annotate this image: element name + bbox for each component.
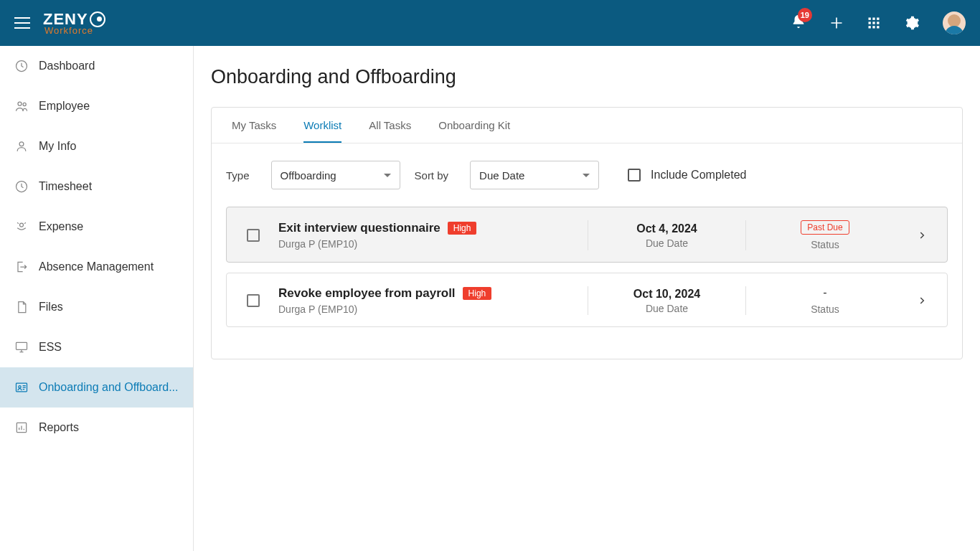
task-status-column: - Status bbox=[746, 286, 904, 315]
svg-point-11 bbox=[23, 103, 26, 105]
svg-point-17 bbox=[19, 386, 21, 388]
task-title: Exit interview questionnaire bbox=[278, 221, 440, 235]
chevron-right-icon bbox=[917, 230, 927, 240]
sidebar-item-label: Timesheet bbox=[39, 180, 92, 193]
task-list: Exit interview questionnaire High Durga … bbox=[212, 199, 962, 359]
chevron-down-icon bbox=[384, 174, 391, 177]
people-icon bbox=[14, 99, 29, 113]
task-title: Revoke employee from payroll bbox=[278, 286, 456, 301]
money-icon bbox=[14, 220, 29, 234]
svg-rect-8 bbox=[877, 26, 879, 28]
clock-icon bbox=[14, 59, 29, 73]
checkbox-icon bbox=[247, 294, 260, 307]
svg-rect-3 bbox=[869, 22, 871, 24]
gear-icon[interactable] bbox=[904, 15, 920, 31]
chevron-right-icon bbox=[917, 296, 927, 306]
menu-toggle-button[interactable] bbox=[14, 17, 30, 29]
sidebar-item-label: Files bbox=[39, 301, 63, 314]
svg-rect-4 bbox=[872, 22, 875, 24]
task-date-label: Due Date bbox=[646, 303, 688, 314]
filter-bar: Type Offboarding Sort by Due Date Includ… bbox=[212, 143, 962, 199]
task-checkbox[interactable] bbox=[247, 286, 278, 315]
tab-onboarding-kit[interactable]: Onboarding Kit bbox=[438, 108, 510, 143]
content-card: My Tasks Worklist All Tasks Onboarding K… bbox=[211, 107, 963, 359]
apps-grid-icon[interactable] bbox=[867, 16, 881, 30]
file-icon bbox=[14, 300, 29, 314]
status-value: - bbox=[823, 286, 826, 299]
svg-rect-15 bbox=[17, 342, 27, 349]
avatar[interactable] bbox=[943, 11, 966, 34]
person-icon bbox=[14, 139, 29, 154]
svg-rect-5 bbox=[877, 22, 879, 24]
sidebar-item-reports[interactable]: Reports bbox=[0, 408, 193, 448]
task-date-column: Oct 10, 2024 Due Date bbox=[588, 286, 746, 315]
plus-icon[interactable] bbox=[829, 16, 844, 30]
topbar-right: 19 bbox=[791, 11, 966, 34]
task-checkbox[interactable] bbox=[247, 220, 278, 250]
sidebar-item-expense[interactable]: Expense bbox=[0, 207, 193, 247]
clock-icon bbox=[14, 179, 29, 194]
type-select[interactable]: Offboarding bbox=[271, 161, 400, 189]
task-row[interactable]: Exit interview questionnaire High Durga … bbox=[226, 207, 948, 263]
sidebar-item-label: My Info bbox=[39, 140, 76, 153]
tab-worklist[interactable]: Worklist bbox=[303, 108, 341, 143]
sidebar-item-label: Onboarding and Offboard... bbox=[39, 381, 179, 394]
sidebar-item-onboarding-offboarding[interactable]: Onboarding and Offboard... bbox=[0, 367, 193, 408]
sidebar-item-label: Absence Management bbox=[39, 260, 154, 273]
sidebar-item-files[interactable]: Files bbox=[0, 287, 193, 327]
task-date-label: Due Date bbox=[646, 237, 688, 249]
notification-count-badge: 19 bbox=[798, 8, 812, 22]
tab-bar: My Tasks Worklist All Tasks Onboarding K… bbox=[212, 108, 962, 143]
sidebar-item-employee[interactable]: Employee bbox=[0, 86, 193, 126]
sidebar-item-timesheet[interactable]: Timesheet bbox=[0, 166, 193, 207]
sidebar-item-dashboard[interactable]: Dashboard bbox=[0, 46, 193, 86]
task-assignee: Durga P (EMP10) bbox=[278, 238, 573, 250]
sidebar-item-label: Dashboard bbox=[39, 60, 95, 72]
topbar: ZENY Workforce 19 bbox=[0, 0, 980, 46]
tab-my-tasks[interactable]: My Tasks bbox=[232, 108, 276, 143]
priority-badge: High bbox=[448, 222, 477, 235]
include-completed-checkbox[interactable]: Include Completed bbox=[628, 169, 746, 182]
sort-by-select[interactable]: Due Date bbox=[470, 161, 599, 189]
notifications-button[interactable]: 19 bbox=[791, 14, 806, 32]
sidebar-item-label: Expense bbox=[39, 220, 83, 233]
sort-by-label: Sort by bbox=[415, 169, 449, 182]
id-card-icon bbox=[14, 380, 29, 395]
chart-icon bbox=[14, 420, 29, 435]
sidebar-item-ess[interactable]: ESS bbox=[0, 327, 193, 367]
topbar-left: ZENY Workforce bbox=[14, 11, 105, 35]
sidebar-item-label: ESS bbox=[39, 341, 62, 354]
task-date: Oct 4, 2024 bbox=[636, 222, 697, 235]
svg-point-14 bbox=[20, 223, 24, 227]
task-row[interactable]: Revoke employee from payroll High Durga … bbox=[226, 273, 948, 327]
sidebar-item-my-info[interactable]: My Info bbox=[0, 126, 193, 166]
include-completed-label: Include Completed bbox=[651, 169, 746, 182]
logo-eye-icon bbox=[90, 11, 105, 27]
svg-rect-0 bbox=[869, 18, 871, 20]
expand-row-button[interactable] bbox=[904, 286, 940, 315]
status-label: Status bbox=[811, 239, 839, 250]
svg-rect-6 bbox=[869, 26, 871, 28]
sidebar-item-absence-management[interactable]: Absence Management bbox=[0, 247, 193, 287]
status-label: Status bbox=[811, 303, 839, 315]
task-assignee: Durga P (EMP10) bbox=[278, 303, 573, 315]
checkbox-icon bbox=[628, 169, 641, 182]
svg-point-10 bbox=[18, 102, 22, 105]
sidebar: Dashboard Employee My Info Timesheet Exp… bbox=[0, 46, 194, 551]
type-select-value: Offboarding bbox=[281, 169, 336, 182]
brand-logo: ZENY Workforce bbox=[43, 11, 105, 35]
priority-badge: High bbox=[463, 287, 492, 300]
main-content: Onboarding and Offboarding My Tasks Work… bbox=[194, 46, 980, 551]
sidebar-item-label: Reports bbox=[39, 421, 79, 434]
svg-rect-1 bbox=[872, 18, 875, 20]
task-date-column: Oct 4, 2024 Due Date bbox=[588, 220, 746, 250]
svg-rect-2 bbox=[877, 18, 879, 20]
task-main: Exit interview questionnaire High Durga … bbox=[278, 220, 588, 250]
task-date: Oct 10, 2024 bbox=[633, 288, 700, 301]
expand-row-button[interactable] bbox=[904, 220, 940, 250]
checkbox-icon bbox=[247, 229, 260, 242]
monitor-icon bbox=[14, 340, 29, 354]
tab-all-tasks[interactable]: All Tasks bbox=[369, 108, 411, 143]
status-badge: Past Due bbox=[801, 220, 849, 235]
svg-point-12 bbox=[19, 142, 24, 146]
